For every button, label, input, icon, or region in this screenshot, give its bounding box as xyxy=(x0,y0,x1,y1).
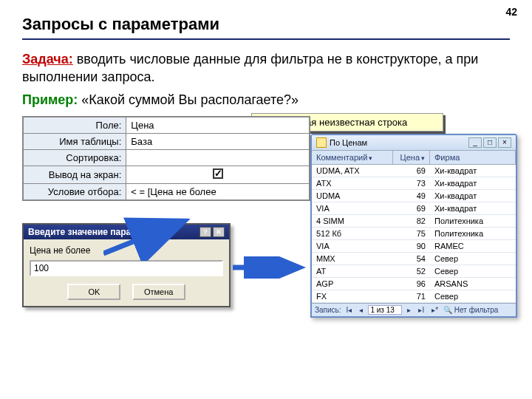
column-header[interactable]: Цена▾ xyxy=(393,151,430,164)
grid-label: Вывод на экран: xyxy=(24,166,126,183)
grid-row: Имя таблицы:База xyxy=(24,133,310,149)
grid-checkbox-cell[interactable] xyxy=(126,166,310,183)
table-row[interactable]: UDMA49Хи-квадрат xyxy=(312,190,516,202)
grid-value[interactable]: База xyxy=(126,133,310,149)
grid-row: Сортировка: xyxy=(24,149,310,166)
close-icon[interactable]: ✕ xyxy=(213,227,225,237)
result-datasheet-window: По Ценам _ □ × Комментарий▾ Цена▾ Фирма … xyxy=(310,134,517,318)
minimize-icon[interactable]: _ xyxy=(468,137,482,148)
grid-label: Поле: xyxy=(24,117,126,133)
grid-label: Условие отбора: xyxy=(24,183,126,200)
table-row[interactable]: ATX73Хи-квадрат xyxy=(312,177,516,190)
grid-value[interactable]: < = [Цена не более xyxy=(126,183,310,200)
result-title: По Ценам xyxy=(330,138,367,147)
grid-value[interactable]: Цена xyxy=(126,117,310,133)
arrow-icon xyxy=(233,256,307,279)
task-text: вводить числовые данные для фильтра не в… xyxy=(22,52,478,84)
parameter-input[interactable]: 100 xyxy=(30,260,223,276)
help-icon[interactable]: ? xyxy=(200,227,211,237)
footer-label: Запись: xyxy=(315,306,341,314)
checkbox-icon[interactable] xyxy=(213,168,223,179)
grid-row: Вывод на экран: xyxy=(24,166,310,183)
task-paragraph: Задача: вводить числовые данные для филь… xyxy=(22,50,510,86)
grid-row: Условие отбора:< = [Цена не более xyxy=(24,183,310,200)
filter-status: 🔍 Нет фильтра xyxy=(443,306,498,314)
grid-row: Поле:Цена xyxy=(24,117,310,133)
maximize-icon[interactable]: □ xyxy=(483,137,497,148)
first-record-button[interactable]: I◂ xyxy=(344,306,355,314)
table-row[interactable]: MMX54Север xyxy=(312,253,516,265)
table-row[interactable]: 4 SIMM82Политехника xyxy=(312,215,516,228)
page-number: 42 xyxy=(505,6,517,18)
grid-label: Сортировка: xyxy=(24,149,126,166)
task-label: Задача: xyxy=(22,52,73,66)
example-label: Пример: xyxy=(22,92,78,107)
table-row[interactable]: AGP96ARSANS xyxy=(312,278,516,290)
table-row[interactable]: 512 Кб75Политехника xyxy=(312,228,516,240)
arrow-icon xyxy=(103,216,192,261)
query-design-grid: Поле:Цена Имя таблицы:База Сортировка: В… xyxy=(22,116,310,201)
table-row[interactable]: FX71Север xyxy=(312,290,516,303)
ok-button[interactable]: OK xyxy=(67,284,120,300)
close-icon[interactable]: × xyxy=(498,137,511,148)
example-paragraph: Пример: «Какой суммой Вы располагаете?» xyxy=(22,91,510,109)
last-record-button[interactable]: ▸I xyxy=(416,306,426,314)
table-icon xyxy=(316,137,327,148)
table-row[interactable]: AT52Север xyxy=(312,265,516,278)
grid-label: Имя таблицы: xyxy=(24,133,126,149)
cancel-button[interactable]: Отмена xyxy=(132,284,185,300)
new-record-button[interactable]: ▸* xyxy=(429,306,440,314)
next-record-button[interactable]: ▸ xyxy=(405,306,413,314)
page-title: Запросы с параметрами xyxy=(22,15,510,40)
svg-line-1 xyxy=(103,222,181,253)
chevron-down-icon[interactable]: ▾ xyxy=(369,154,372,162)
table-row[interactable]: UDMA, ATX69Хи-квадрат xyxy=(312,165,516,177)
column-header[interactable]: Комментарий▾ xyxy=(312,151,393,164)
record-position-input[interactable] xyxy=(368,305,402,315)
prev-record-button[interactable]: ◂ xyxy=(357,306,365,314)
record-navigator: Запись: I◂ ◂ ▸ ▸I ▸* 🔍 Нет фильтра xyxy=(312,303,516,316)
table-row[interactable]: VIA90RAMEC xyxy=(312,240,516,253)
grid-value[interactable] xyxy=(126,149,310,166)
column-header[interactable]: Фирма xyxy=(430,151,516,164)
table-row[interactable]: VIA69Хи-квадрат xyxy=(312,202,516,215)
chevron-down-icon[interactable]: ▾ xyxy=(421,154,425,162)
example-text: «Какой суммой Вы располагаете?» xyxy=(78,92,299,107)
